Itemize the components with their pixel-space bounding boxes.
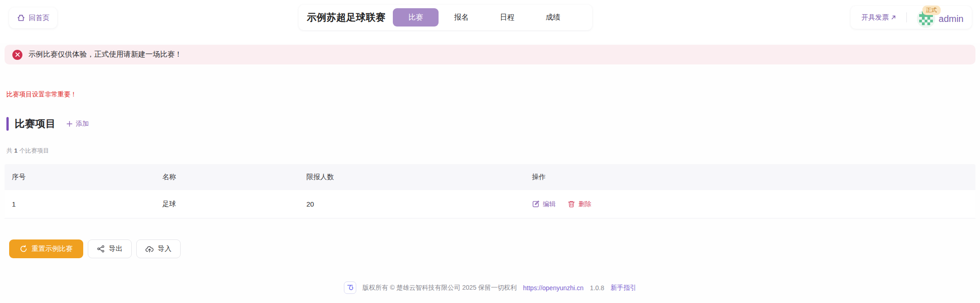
count-number: 1	[14, 147, 17, 154]
cell-name: 足球	[162, 200, 306, 208]
cell-no: 1	[12, 200, 162, 208]
section-accent-bar	[6, 117, 9, 131]
home-button[interactable]: 回首页	[9, 7, 57, 28]
table-row: 1 足球 20 编辑 删除	[5, 190, 975, 218]
alert-message: 示例比赛仅供体验，正式使用请新建一场比赛！	[28, 50, 182, 59]
important-warning-text: 比赛项目设置非常重要！	[6, 90, 980, 99]
tab-matches[interactable]: 比赛	[393, 8, 439, 27]
tab-results[interactable]: 成绩	[530, 8, 576, 27]
avatar-wrap: 正式	[917, 10, 935, 28]
col-header-name: 名称	[162, 173, 306, 181]
username: admin	[939, 14, 964, 24]
error-circle-icon	[12, 50, 22, 60]
table-header-row: 序号 名称 限报人数 操作	[5, 164, 975, 190]
tab-registration[interactable]: 报名	[439, 8, 484, 27]
edit-icon	[532, 200, 540, 208]
beginner-guide-link[interactable]: 新手指引	[610, 284, 636, 292]
col-header-limit: 限报人数	[306, 173, 532, 181]
invoice-link[interactable]: 开具发票	[862, 13, 896, 22]
row-actions: 编辑 删除	[532, 200, 968, 208]
events-table: 序号 名称 限报人数 操作 1 足球 20 编辑	[5, 164, 975, 218]
footer-url-link[interactable]: https://openyunzhi.cn	[523, 284, 584, 292]
version-number: 1.0.8	[590, 284, 604, 292]
edit-button[interactable]: 编辑	[532, 200, 556, 208]
cell-limit: 20	[306, 200, 532, 208]
copyright-text: 版权所有 © 楚雄云智科技有限公司 2025 保留一切权利	[363, 284, 517, 292]
export-button[interactable]: 导出	[88, 239, 132, 258]
section-title: 比赛项目	[15, 117, 56, 131]
delete-button[interactable]: 删除	[568, 200, 591, 208]
import-label: 导入	[158, 245, 171, 253]
count-prefix: 共	[6, 147, 12, 154]
status-badge: 正式	[922, 5, 941, 15]
section-header: 比赛项目 添加	[6, 117, 980, 131]
home-icon	[17, 14, 25, 22]
reset-demo-button[interactable]: 重置示例比赛	[9, 239, 83, 258]
account-card: 开具发票	[851, 6, 972, 29]
event-count: 共1个比赛项目	[6, 147, 980, 155]
add-event-label: 添加	[76, 120, 89, 128]
share-icon	[97, 245, 105, 253]
plus-icon	[66, 121, 73, 127]
error-alert: 示例比赛仅供体验，正式使用请新建一场比赛！	[5, 45, 975, 64]
footer-logo-icon	[344, 282, 356, 294]
page: 回首页 示例苏超足球联赛 比赛 报名 日程 成绩 开具发票	[0, 0, 980, 303]
tab-schedule[interactable]: 日程	[484, 8, 530, 27]
import-button[interactable]: 导入	[136, 239, 181, 258]
arrow-up-right-icon	[891, 15, 896, 20]
home-button-label: 回首页	[29, 14, 49, 22]
edit-label: 编辑	[543, 200, 556, 208]
upload-cloud-icon	[145, 245, 154, 253]
header-divider	[906, 12, 907, 22]
export-label: 导出	[109, 245, 123, 253]
footer: 版权所有 © 楚雄云智科技有限公司 2025 保留一切权利 https://op…	[0, 282, 980, 294]
header: 回首页 示例苏超足球联赛 比赛 报名 日程 成绩 开具发票	[0, 0, 980, 37]
match-title: 示例苏超足球联赛	[307, 11, 386, 24]
user-menu[interactable]: 正式 admin	[917, 7, 964, 28]
match-header-card: 示例苏超足球联赛 比赛 报名 日程 成绩	[299, 5, 592, 30]
col-header-no: 序号	[12, 173, 162, 181]
delete-label: 删除	[578, 200, 591, 208]
col-header-actions: 操作	[532, 173, 968, 181]
bottom-actions: 重置示例比赛 导出 导入	[9, 239, 980, 258]
reset-demo-label: 重置示例比赛	[32, 245, 73, 253]
trash-icon	[568, 200, 575, 208]
add-event-button[interactable]: 添加	[66, 120, 89, 128]
refresh-icon	[20, 245, 27, 253]
invoice-label: 开具发票	[862, 13, 889, 22]
tab-bar: 比赛 报名 日程 成绩	[393, 8, 576, 27]
count-suffix: 个比赛项目	[19, 147, 49, 154]
